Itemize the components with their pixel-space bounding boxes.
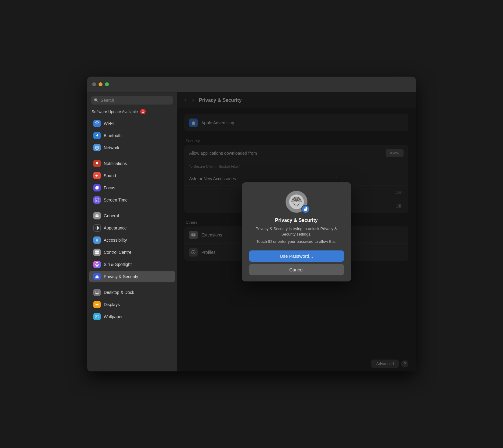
svg-point-13 bbox=[96, 316, 97, 317]
search-icon: 🔍 bbox=[94, 98, 99, 103]
modal-dialog: Privacy & Security Privacy & Security is… bbox=[242, 182, 351, 282]
svg-point-9 bbox=[97, 277, 97, 277]
siri-icon bbox=[93, 261, 101, 268]
sidebar-label-controlcentre: Control Centre bbox=[104, 250, 131, 255]
sidebar-item-siri[interactable]: Siri & Spotlight bbox=[89, 259, 175, 270]
sidebar-item-wifi[interactable]: Wi-Fi bbox=[89, 118, 175, 129]
sidebar-item-accessibility[interactable]: Accessibility bbox=[89, 234, 175, 246]
modal-submessage: Touch ID or enter your password to allow… bbox=[256, 239, 336, 244]
sidebar-label-screentime: Screen Time bbox=[104, 198, 128, 202]
svg-rect-7 bbox=[95, 253, 97, 254]
update-badge: 1 bbox=[140, 109, 146, 114]
modal-message: Privacy & Security is trying to unlock P… bbox=[249, 226, 344, 237]
svg-rect-8 bbox=[97, 253, 99, 254]
search-input[interactable] bbox=[101, 98, 170, 103]
sidebar-label-accessibility: Accessibility bbox=[104, 238, 127, 243]
sidebar-item-wallpaper[interactable]: Wallpaper bbox=[89, 311, 175, 322]
modal-title: Privacy & Security bbox=[275, 218, 318, 223]
sidebar-label-displays: Displays bbox=[104, 302, 120, 307]
sound-icon bbox=[93, 172, 101, 179]
sidebar-label-network: Network bbox=[104, 145, 119, 150]
update-label: Software Update Available bbox=[92, 109, 138, 114]
sidebar-item-controlcentre[interactable]: Control Centre bbox=[89, 246, 175, 258]
close-button[interactable] bbox=[92, 82, 96, 86]
svg-point-14 bbox=[289, 194, 304, 209]
minimize-button[interactable] bbox=[99, 82, 102, 86]
update-banner: Software Update Available 1 bbox=[87, 107, 177, 116]
svg-rect-6 bbox=[97, 250, 99, 252]
hand-badge bbox=[301, 205, 310, 213]
svg-rect-10 bbox=[95, 291, 99, 293]
svg-point-11 bbox=[96, 304, 98, 305]
svg-point-4 bbox=[97, 238, 97, 239]
svg-rect-5 bbox=[95, 250, 97, 252]
sidebar-separator-2 bbox=[87, 206, 177, 210]
sidebar-item-general[interactable]: General bbox=[89, 210, 175, 222]
sidebar-label-appearance: Appearance bbox=[104, 226, 127, 230]
wifi-icon bbox=[93, 120, 101, 127]
sidebar-item-notifications[interactable]: Notifications bbox=[89, 158, 175, 169]
sidebar-item-focus[interactable]: Focus bbox=[89, 182, 175, 194]
appearance-icon bbox=[93, 224, 101, 232]
displays-icon bbox=[93, 301, 101, 308]
sidebar-label-general: General bbox=[104, 213, 119, 218]
sidebar-label-wallpaper: Wallpaper bbox=[104, 314, 123, 319]
screentime-icon bbox=[93, 196, 101, 204]
sidebar-item-sound[interactable]: Sound bbox=[89, 170, 175, 181]
use-password-button[interactable]: Use Password... bbox=[249, 250, 344, 262]
notifications-icon bbox=[93, 160, 101, 167]
sidebar-label-privacy: Privacy & Security bbox=[104, 274, 138, 279]
desktop-icon bbox=[93, 289, 101, 296]
sidebar: 🔍 Software Update Available 1 Wi-Fi bbox=[87, 92, 177, 371]
titlebar bbox=[87, 77, 416, 92]
modal-icon-container bbox=[286, 191, 307, 213]
sidebar-item-appearance[interactable]: Appearance bbox=[89, 222, 175, 234]
accessibility-icon bbox=[93, 236, 101, 244]
main-content: ‹ › Privacy & Security Apple Advertising bbox=[177, 92, 416, 371]
maximize-button[interactable] bbox=[105, 82, 109, 86]
sidebar-label-focus: Focus bbox=[104, 185, 115, 190]
search-bar[interactable]: 🔍 bbox=[91, 96, 173, 105]
content-area: 🔍 Software Update Available 1 Wi-Fi bbox=[87, 92, 416, 371]
sidebar-item-privacy[interactable]: Privacy & Security bbox=[89, 271, 175, 282]
sidebar-label-desktop: Desktop & Dock bbox=[104, 290, 134, 295]
sidebar-item-network[interactable]: Network bbox=[89, 142, 175, 153]
sidebar-label-siri: Siri & Spotlight bbox=[104, 262, 132, 267]
bluetooth-icon bbox=[93, 132, 101, 139]
sidebar-label-notifications: Notifications bbox=[104, 161, 127, 166]
general-icon bbox=[93, 212, 101, 219]
sidebar-item-bluetooth[interactable]: Bluetooth bbox=[89, 130, 175, 141]
cancel-button[interactable]: Cancel bbox=[249, 264, 344, 275]
sidebar-item-desktop[interactable]: Desktop & Dock bbox=[89, 287, 175, 298]
modal-overlay: Privacy & Security Privacy & Security is… bbox=[177, 92, 416, 371]
sidebar-label-wifi: Wi-Fi bbox=[104, 121, 114, 126]
privacy-icon bbox=[93, 273, 101, 280]
network-icon bbox=[93, 144, 101, 151]
sidebar-item-screentime[interactable]: Screen Time bbox=[89, 194, 175, 206]
sidebar-item-displays[interactable]: Displays bbox=[89, 299, 175, 310]
sidebar-separator-1 bbox=[87, 154, 177, 157]
main-window: 🔍 Software Update Available 1 Wi-Fi bbox=[87, 77, 416, 371]
sidebar-label-bluetooth: Bluetooth bbox=[104, 133, 122, 138]
sidebar-label-sound: Sound bbox=[104, 173, 116, 178]
sidebar-separator-3 bbox=[87, 283, 177, 286]
wallpaper-icon bbox=[93, 313, 101, 320]
focus-icon bbox=[93, 184, 101, 191]
controlcentre-icon bbox=[93, 249, 101, 256]
